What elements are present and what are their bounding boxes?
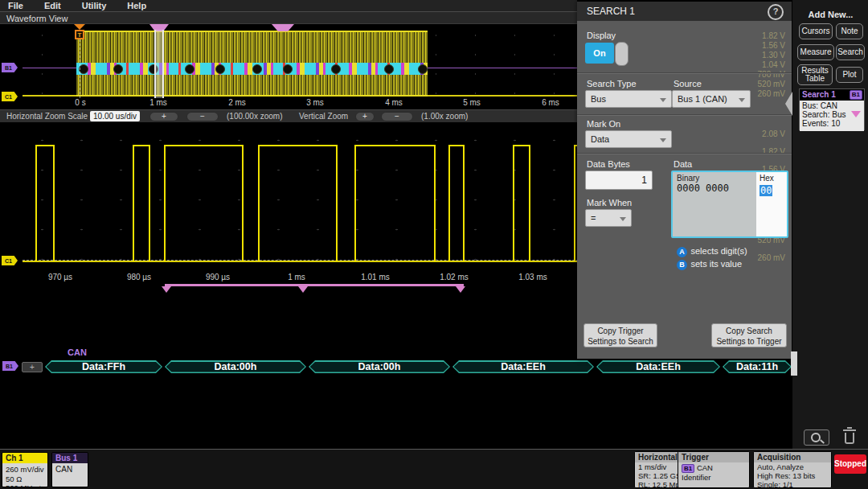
search-marker-triangle[interactable] [298,286,308,293]
ch1-badge-card[interactable]: Ch 1 260 mV/div 50 Ω 500 MHz ↯ [2,452,48,487]
section-divider [577,72,792,74]
search-mark-dot [215,64,225,74]
mark-on-dropdown[interactable]: Data [585,130,672,148]
zoom-mode-button[interactable] [804,429,829,446]
decode-segment[interactable]: Data:EEh [452,360,594,373]
binary-value: 0000 0000 [677,183,756,194]
zoom-tick-4: 1.01 ms [355,273,395,281]
data-bytes-label: Data Bytes [587,159,630,169]
settings-bar: Ch 1 260 mV/div 50 Ω 500 MHz ↯ Bus 1 CAN… [0,449,868,489]
search-marker-triangle[interactable] [456,286,465,293]
decode-segment[interactable]: Data:EEh [596,360,720,373]
menu-file[interactable]: File [8,1,23,10]
trash-icon [847,427,852,429]
zoom-volt-label: 1.82 V [729,147,785,156]
results-sidebar: Add New... Cursors Note Measure Search R… [792,0,868,449]
vzoom-factor: (1.00x zoom) [421,112,468,121]
zoom-tick-3: 1 ms [276,273,317,281]
decode-segment[interactable]: Data:11h [723,360,792,373]
add-results-table-button[interactable]: Results Table [797,64,833,85]
overview-bus-decode [76,63,428,75]
add-plot-button[interactable]: Plot [836,67,863,83]
hex-cell[interactable]: Hex 00 [756,172,787,236]
add-measure-button[interactable]: Measure [797,44,834,60]
vzoom-plus-button[interactable]: + [355,112,375,121]
menu-utility[interactable]: Utility [82,1,107,10]
zoom-scale-value[interactable]: 10.00 us/div [90,111,140,121]
oscilloscope-screen: { "menu": {"items": ["File", "Edit", "Ut… [0,0,868,489]
search-panel-titlebar[interactable]: SEARCH 1 ? [577,2,792,21]
trigger-marker-label[interactable]: T [75,30,84,39]
decode-segment[interactable]: Data:00h [165,360,306,373]
display-label: Display [587,31,616,40]
overview-tick-1: 1 ms [142,98,174,107]
zoom-tick-1: 980 µs [119,273,159,281]
binary-cell[interactable]: Binary 0000 0000 [673,172,756,236]
waveform-view-tab[interactable]: Waveform View [0,11,577,24]
search-config-panel: SEARCH 1 ? 1.82 V 1.56 V 1.30 V 1.04 V 7… [577,2,792,359]
add-cursors-button[interactable]: Cursors [799,23,833,39]
bus1-card-title: Bus 1 [52,453,88,463]
hex-value: 00 [760,185,772,196]
trash-button[interactable] [841,427,858,446]
menu-edit[interactable]: Edit [44,1,61,10]
menu-help[interactable]: Help [127,1,146,10]
add-note-button[interactable]: Note [836,23,863,39]
magnifier-icon [811,433,821,442]
trigger-card-title: Trigger [678,452,749,462]
search1-result-badge[interactable]: Search 1 B1 Bus: CAN Search: Bus Events:… [799,88,865,130]
waveform-pulse [133,145,150,261]
strip-flyout-handle[interactable] [791,351,797,376]
overview-tick-3: 3 ms [299,98,331,107]
overview-tick-6: 6 ms [534,98,567,107]
copy-search-to-trigger-button[interactable]: Copy SearchSettings to Trigger [711,323,787,347]
source-dropdown[interactable]: Bus 1 (CAN) [672,90,751,108]
bus-label: CAN [68,347,87,357]
mark-when-label: Mark When [587,198,632,208]
overview-volt-label: 1.56 V [729,41,785,50]
decode-segment[interactable]: Data:FFh [45,360,162,373]
section-divider [577,153,792,154]
toggle-knob [615,42,628,66]
zoom-tick-2: 990 µs [198,273,238,281]
bus1-badge-card[interactable]: Bus 1 CAN [51,452,88,487]
search-panel-title: SEARCH 1 [587,6,635,17]
display-toggle[interactable]: On [585,42,628,64]
mark-when-dropdown[interactable]: = [585,209,632,227]
ch1-overview-badge[interactable]: C1 [2,92,18,101]
waveform-pulse [164,145,244,261]
search1-b1-badge: B1 [850,90,862,100]
waveform-pulse [354,145,436,261]
search-mark-dot [113,64,123,74]
search-mark-dot [331,64,341,74]
bandwidth-icon: ↯ [39,485,44,487]
add-search-button[interactable]: Search [836,44,865,60]
data-bytes-input[interactable]: 1 [585,171,653,190]
ch1-card-title: Ch 1 [2,453,47,463]
bus-decode-strip: Data:FFh Data:00h Data:00h Data:EEh Data… [0,360,792,373]
waveform-pulse [35,145,55,261]
hzoom-minus-button[interactable]: − [186,112,219,121]
trigger-b1-badge: B1 [682,464,694,473]
knob-b-icon: B [677,260,687,270]
search-type-dropdown[interactable]: Bus [585,90,672,108]
help-icon[interactable]: ? [768,4,784,20]
search-marker-triangle[interactable] [162,286,171,293]
data-entry-box[interactable]: Binary 0000 0000 Hex 00 [671,171,788,238]
acquisition-card[interactable]: Acquisition Auto, Analyze High Res: 13 b… [753,451,832,488]
overview-tick-0: 0 s [64,98,96,107]
vzoom-minus-btn[interactable]: − [381,112,413,121]
zoom-tick-0: 970 µs [40,273,80,281]
overview-tick-5: 5 ms [456,98,488,107]
search-marker-bar[interactable] [165,284,464,286]
trigger-settings-card[interactable]: Trigger B1 CAN Identifier [678,451,750,488]
zoom-window-band[interactable] [154,30,164,98]
overview-tick-4: 4 ms [378,98,410,107]
trash-body [845,433,854,444]
hzoom-plus-button[interactable]: + [149,112,178,121]
copy-trigger-to-search-button[interactable]: Copy TriggerSettings to Search [583,323,657,347]
add-new-title: Add New... [792,10,868,19]
waveform-pulse [513,145,530,261]
run-stop-button[interactable]: Stopped [834,454,866,474]
decode-segment[interactable]: Data:00h [309,360,450,373]
